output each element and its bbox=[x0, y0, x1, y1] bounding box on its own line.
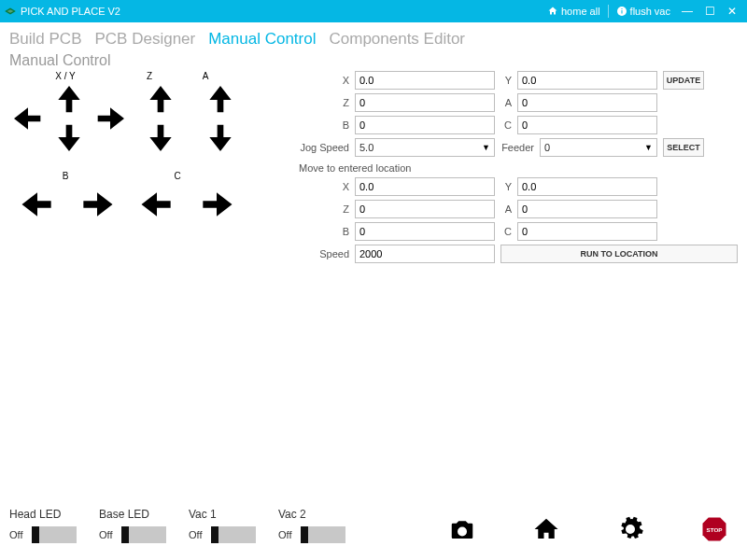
titlebar: PICK AND PLACE V2 home all flush vac — ☐… bbox=[0, 0, 747, 22]
label-y: Y bbox=[500, 75, 512, 86]
update-button[interactable]: UPDATE bbox=[663, 71, 704, 90]
feeder-value: 0 bbox=[544, 142, 550, 153]
input-move-y[interactable] bbox=[517, 177, 657, 196]
toggle-base-led: Base LED Off bbox=[99, 508, 166, 543]
home-icon bbox=[547, 6, 558, 17]
label-a: A bbox=[500, 97, 512, 108]
select-button[interactable]: SELECT bbox=[663, 138, 704, 157]
label-move-speed: Speed bbox=[299, 248, 349, 259]
combo-feeder[interactable]: 0▼ bbox=[540, 138, 657, 157]
arrow-b-minus[interactable] bbox=[17, 184, 58, 225]
gear-icon[interactable] bbox=[616, 515, 644, 543]
input-move-z[interactable] bbox=[355, 200, 495, 218]
label-b: B bbox=[299, 119, 349, 131]
minimize-button[interactable]: — bbox=[676, 5, 698, 18]
form-panel: X Y UPDATE Z A B C Jog Speed 5.0▼ Feeder… bbox=[299, 71, 738, 267]
toggle-vac2: Vac 2 Off bbox=[278, 508, 345, 543]
jog-speed-value: 5.0 bbox=[359, 142, 374, 153]
arrow-x-minus[interactable] bbox=[9, 100, 47, 137]
toggle-vac1: Vac 1 Off bbox=[189, 508, 256, 543]
home-all-button[interactable]: home all bbox=[542, 6, 606, 17]
combo-jog-speed[interactable]: 5.0▼ bbox=[355, 138, 495, 157]
footer: Head LED Off Base LED Off Vac 1 Off Vac … bbox=[9, 508, 738, 543]
toggle-label: Base LED bbox=[99, 508, 166, 521]
home-all-label: home all bbox=[561, 6, 600, 17]
page-title: Manual Control bbox=[0, 52, 747, 71]
label-xy: X / Y bbox=[9, 71, 121, 81]
info-icon bbox=[616, 6, 627, 17]
move-section-title: Move to entered location bbox=[299, 162, 738, 174]
toggle-switch-base-led[interactable] bbox=[121, 526, 166, 543]
toggle-label: Vac 1 bbox=[189, 508, 256, 521]
chevron-down-icon: ▼ bbox=[482, 143, 490, 152]
svg-rect-1 bbox=[621, 10, 622, 14]
label-c: C bbox=[500, 119, 512, 131]
arrow-x-plus[interactable] bbox=[92, 100, 129, 137]
label-z: Z bbox=[121, 71, 177, 81]
arrow-a-minus[interactable] bbox=[202, 119, 239, 156]
toggle-switch-vac1[interactable] bbox=[211, 526, 256, 543]
label-move-a: A bbox=[500, 203, 512, 215]
label-a: A bbox=[177, 71, 233, 81]
arrow-y-minus[interactable] bbox=[50, 119, 88, 156]
footer-icons: STOP bbox=[448, 515, 738, 543]
input-move-x[interactable] bbox=[355, 177, 495, 196]
label-feeder: Feeder bbox=[500, 142, 534, 153]
input-z[interactable] bbox=[355, 93, 495, 112]
input-move-b[interactable] bbox=[355, 222, 495, 241]
run-to-location-button[interactable]: RUN TO LOCATION bbox=[500, 245, 738, 263]
flush-vac-label: flush vac bbox=[630, 6, 670, 17]
toggle-label: Head LED bbox=[9, 508, 77, 521]
maximize-button[interactable]: ☐ bbox=[698, 5, 721, 18]
arrow-y-plus[interactable] bbox=[50, 81, 88, 119]
toggle-state: Off bbox=[9, 529, 28, 540]
input-move-c[interactable] bbox=[517, 222, 657, 241]
input-move-a[interactable] bbox=[517, 200, 657, 218]
input-a[interactable] bbox=[517, 93, 657, 112]
label-jog-speed: Jog Speed bbox=[299, 142, 349, 153]
toggle-switch-head-led[interactable] bbox=[32, 526, 77, 543]
camera-icon[interactable] bbox=[448, 515, 476, 543]
home-icon[interactable] bbox=[532, 515, 560, 543]
close-button[interactable]: ✕ bbox=[721, 5, 743, 18]
tab-build-pcb[interactable]: Build PCB bbox=[9, 30, 81, 49]
window-title: PICK AND PLACE V2 bbox=[21, 6, 120, 17]
label-move-z: Z bbox=[299, 203, 349, 215]
label-z: Z bbox=[299, 97, 349, 108]
svg-text:STOP: STOP bbox=[707, 526, 723, 533]
toggle-state: Off bbox=[278, 529, 297, 540]
tab-components-editor[interactable]: Components Editor bbox=[329, 30, 465, 49]
toggle-state: Off bbox=[99, 529, 118, 540]
svg-rect-2 bbox=[621, 8, 622, 9]
arrow-b-plus[interactable] bbox=[77, 184, 118, 225]
arrow-z-plus[interactable] bbox=[142, 81, 179, 119]
label-move-c: C bbox=[500, 226, 512, 237]
tab-manual-control[interactable]: Manual Control bbox=[208, 30, 316, 49]
label-move-x: X bbox=[299, 181, 349, 192]
arrow-c-minus[interactable] bbox=[136, 184, 177, 225]
toggle-state: Off bbox=[189, 529, 207, 540]
toggle-head-led: Head LED Off bbox=[9, 508, 77, 543]
toggle-group: Head LED Off Base LED Off Vac 1 Off Vac … bbox=[9, 508, 345, 543]
tab-bar: Build PCB PCB Designer Manual Control Co… bbox=[0, 22, 747, 52]
label-b: B bbox=[9, 171, 121, 181]
label-c: C bbox=[121, 171, 233, 181]
input-c[interactable] bbox=[517, 116, 657, 134]
input-x[interactable] bbox=[355, 71, 495, 90]
input-b[interactable] bbox=[355, 116, 495, 134]
toggle-switch-vac2[interactable] bbox=[301, 526, 345, 543]
app-icon bbox=[4, 5, 17, 18]
tab-pcb-designer[interactable]: PCB Designer bbox=[94, 30, 195, 49]
flush-vac-button[interactable]: flush vac bbox=[611, 6, 676, 17]
jog-arrows-panel: X / Y Z A bbox=[9, 71, 289, 267]
chevron-down-icon: ▼ bbox=[644, 143, 653, 152]
input-move-speed[interactable] bbox=[355, 245, 495, 263]
arrow-a-plus[interactable] bbox=[202, 81, 239, 119]
label-x: X bbox=[299, 75, 349, 86]
arrow-c-plus[interactable] bbox=[196, 184, 237, 225]
arrow-z-minus[interactable] bbox=[142, 119, 179, 156]
stop-icon[interactable]: STOP bbox=[700, 515, 728, 543]
label-move-y: Y bbox=[500, 181, 512, 192]
toggle-label: Vac 2 bbox=[278, 508, 345, 521]
input-y[interactable] bbox=[517, 71, 657, 90]
